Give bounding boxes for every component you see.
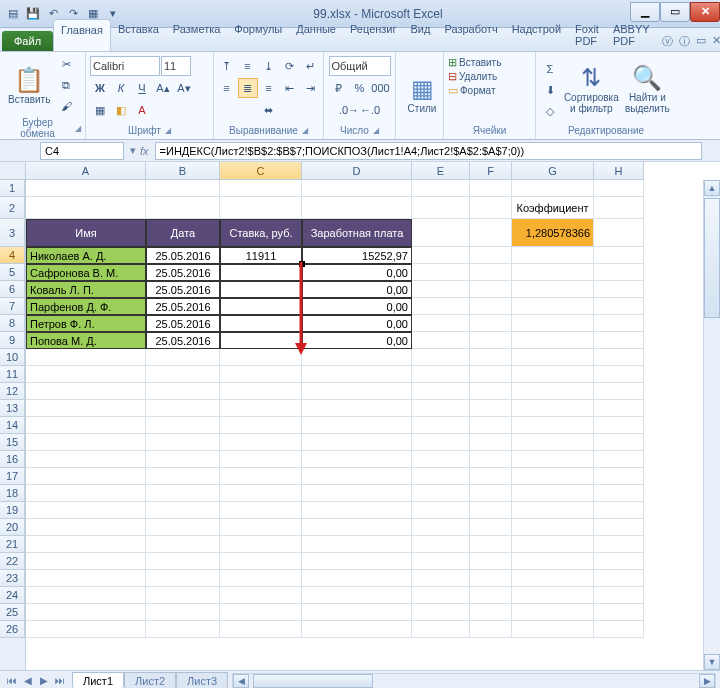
row-header-12[interactable]: 12 bbox=[0, 383, 25, 400]
bgcell[interactable] bbox=[470, 587, 512, 604]
bgcell[interactable] bbox=[512, 417, 594, 434]
find-select-button[interactable]: 🔍 Найти и выделить bbox=[623, 62, 672, 116]
orientation-icon[interactable]: ⟳ bbox=[280, 56, 300, 76]
cell-C5[interactable] bbox=[220, 264, 302, 281]
col-header-D[interactable]: D bbox=[302, 162, 412, 180]
bgcell[interactable] bbox=[26, 485, 146, 502]
bgcell[interactable] bbox=[26, 553, 146, 570]
col-header-B[interactable]: B bbox=[146, 162, 220, 180]
bgcell[interactable] bbox=[302, 434, 412, 451]
bgcell[interactable] bbox=[302, 366, 412, 383]
row-header-4[interactable]: 4 bbox=[0, 247, 25, 264]
bgcell[interactable] bbox=[594, 366, 644, 383]
bgcell[interactable] bbox=[512, 621, 594, 638]
cell-A5[interactable]: Сафронова В. М. bbox=[26, 264, 146, 281]
cell-C9[interactable] bbox=[220, 332, 302, 349]
tab-вид[interactable]: Вид bbox=[404, 19, 438, 51]
bgcell[interactable] bbox=[412, 485, 470, 502]
bgcell[interactable] bbox=[26, 180, 146, 197]
bgcell[interactable] bbox=[412, 332, 470, 349]
tab-формулы[interactable]: Формулы bbox=[227, 19, 289, 51]
scroll-down-icon[interactable]: ▼ bbox=[704, 654, 720, 670]
bgcell[interactable] bbox=[512, 349, 594, 366]
font-color-icon[interactable]: A bbox=[132, 100, 152, 120]
col-header-E[interactable]: E bbox=[412, 162, 470, 180]
bgcell[interactable] bbox=[412, 383, 470, 400]
bgcell[interactable] bbox=[26, 468, 146, 485]
cell-D9[interactable]: 0,00 bbox=[302, 332, 412, 349]
row-header-17[interactable]: 17 bbox=[0, 468, 25, 485]
help-icon[interactable]: ⓘ bbox=[679, 34, 690, 49]
bgcell[interactable] bbox=[470, 197, 512, 219]
fill-icon[interactable]: ⬇ bbox=[540, 80, 560, 100]
bgcell[interactable] bbox=[220, 536, 302, 553]
bgcell[interactable] bbox=[512, 247, 594, 264]
bgcell[interactable] bbox=[412, 621, 470, 638]
bold-icon[interactable]: Ж bbox=[90, 78, 110, 98]
maximize-button[interactable] bbox=[660, 2, 690, 22]
close-button[interactable] bbox=[690, 2, 720, 22]
bgcell[interactable] bbox=[220, 604, 302, 621]
bgcell[interactable] bbox=[412, 417, 470, 434]
bgcell[interactable] bbox=[220, 468, 302, 485]
bgcell[interactable] bbox=[302, 553, 412, 570]
bgcell[interactable] bbox=[26, 451, 146, 468]
bgcell[interactable] bbox=[220, 180, 302, 197]
bgcell[interactable] bbox=[470, 264, 512, 281]
bgcell[interactable] bbox=[412, 219, 470, 247]
row-header-25[interactable]: 25 bbox=[0, 604, 25, 621]
bgcell[interactable] bbox=[594, 553, 644, 570]
bgcell[interactable] bbox=[412, 587, 470, 604]
currency-icon[interactable]: ₽ bbox=[329, 78, 349, 98]
comma-icon[interactable]: 000 bbox=[371, 78, 391, 98]
bgcell[interactable] bbox=[412, 315, 470, 332]
bgcell[interactable] bbox=[26, 417, 146, 434]
grow-font-icon[interactable]: A▴ bbox=[153, 78, 173, 98]
font-size-combo[interactable] bbox=[161, 56, 191, 76]
bgcell[interactable] bbox=[302, 349, 412, 366]
italic-icon[interactable]: К bbox=[111, 78, 131, 98]
align-bottom-icon[interactable]: ⤓ bbox=[259, 56, 279, 76]
cell-A9[interactable]: Попова М. Д. bbox=[26, 332, 146, 349]
bgcell[interactable] bbox=[412, 264, 470, 281]
align-left-icon[interactable]: ≡ bbox=[217, 78, 237, 98]
bgcell[interactable] bbox=[512, 383, 594, 400]
bgcell[interactable] bbox=[220, 621, 302, 638]
bgcell[interactable] bbox=[26, 434, 146, 451]
cell-A8[interactable]: Петров Ф. Л. bbox=[26, 315, 146, 332]
bgcell[interactable] bbox=[146, 468, 220, 485]
cell-B9[interactable]: 25.05.2016 bbox=[146, 332, 220, 349]
bgcell[interactable] bbox=[594, 621, 644, 638]
bgcell[interactable] bbox=[512, 366, 594, 383]
bgcell[interactable] bbox=[594, 180, 644, 197]
bgcell[interactable] bbox=[470, 400, 512, 417]
delete-cells-button[interactable]: ⊟Удалить bbox=[448, 70, 497, 83]
indent-dec-icon[interactable]: ⇤ bbox=[280, 78, 300, 98]
bgcell[interactable] bbox=[146, 197, 220, 219]
bgcell[interactable] bbox=[220, 366, 302, 383]
bgcell[interactable] bbox=[146, 553, 220, 570]
bgcell[interactable] bbox=[146, 536, 220, 553]
bgcell[interactable] bbox=[470, 570, 512, 587]
row-header-13[interactable]: 13 bbox=[0, 400, 25, 417]
row-header-14[interactable]: 14 bbox=[0, 417, 25, 434]
bgcell[interactable] bbox=[512, 502, 594, 519]
cell-B4[interactable]: 25.05.2016 bbox=[146, 247, 220, 264]
bgcell[interactable] bbox=[512, 332, 594, 349]
tab-главная[interactable]: Главная bbox=[53, 19, 111, 51]
row-header-5[interactable]: 5 bbox=[0, 264, 25, 281]
bgcell[interactable] bbox=[146, 417, 220, 434]
bgcell[interactable] bbox=[26, 536, 146, 553]
sheet-tab-Лист3[interactable]: Лист3 bbox=[176, 672, 228, 689]
bgcell[interactable] bbox=[594, 298, 644, 315]
row-header-19[interactable]: 19 bbox=[0, 502, 25, 519]
row-header-9[interactable]: 9 bbox=[0, 332, 25, 349]
cell-D3[interactable]: Заработная плата bbox=[302, 219, 412, 247]
bgcell[interactable] bbox=[146, 434, 220, 451]
cell-D7[interactable]: 0,00 bbox=[302, 298, 412, 315]
bgcell[interactable] bbox=[594, 468, 644, 485]
bgcell[interactable] bbox=[512, 570, 594, 587]
format-painter-icon[interactable]: 🖌 bbox=[56, 96, 76, 116]
cell-D5[interactable]: 0,00 bbox=[302, 264, 412, 281]
bgcell[interactable] bbox=[594, 536, 644, 553]
